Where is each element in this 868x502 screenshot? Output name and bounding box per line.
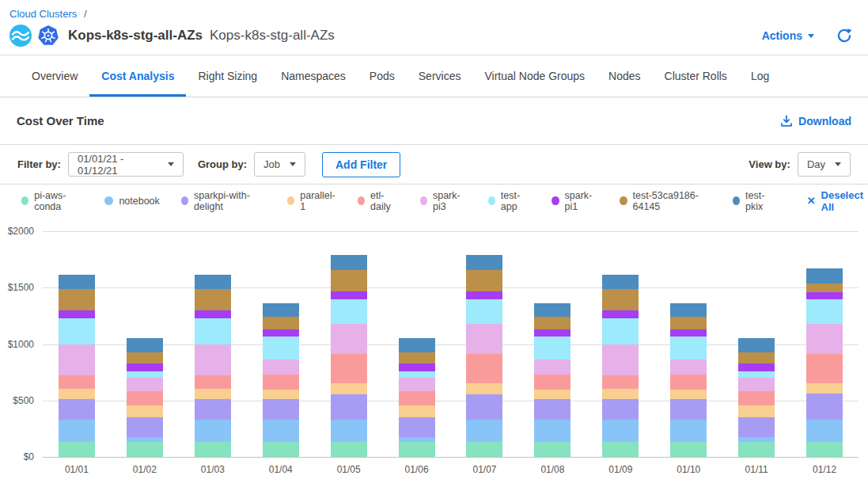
- bar-segment-test-app[interactable]: [602, 318, 639, 344]
- bar-segment-test-pkix[interactable]: [59, 275, 95, 289]
- bar-segment-test-app[interactable]: [738, 371, 775, 378]
- bar-segment-test-app[interactable]: [466, 299, 502, 324]
- bar-segment-spark-pi1[interactable]: [534, 329, 570, 337]
- bar-segment-spark-pi1[interactable]: [399, 363, 435, 371]
- bar-segment-test-pkix[interactable]: [806, 268, 843, 283]
- deselect-all-button[interactable]: ✕Deselect All: [807, 189, 868, 213]
- bar-segment-notebook[interactable]: [59, 420, 95, 443]
- bar-segment-sparkpi-with-delight[interactable]: [738, 417, 775, 437]
- bar-segment-spark-pi1[interactable]: [466, 291, 502, 299]
- bar-segment-notebook[interactable]: [806, 420, 843, 443]
- bar-segment-test-53ca9186-64145[interactable]: [263, 317, 299, 329]
- bar-segment-spark-pi1[interactable]: [670, 329, 707, 337]
- tab-right-sizing[interactable]: Right Sizing: [186, 55, 269, 97]
- bar-segment-test-pkix[interactable]: [331, 255, 367, 270]
- bar-segment-spark-pi3[interactable]: [670, 359, 707, 375]
- bar-segment-test-pkix[interactable]: [534, 303, 570, 318]
- bar-segment-test-app[interactable]: [195, 318, 231, 344]
- bar-segment-test-53ca9186-64145[interactable]: [806, 283, 843, 292]
- bar-segment-spark-pi3[interactable]: [738, 378, 775, 392]
- bar-segment-pi-aws-conda[interactable]: [195, 442, 231, 457]
- add-filter-button[interactable]: Add Filter: [322, 152, 400, 177]
- bar-segment-pi-aws-conda[interactable]: [738, 442, 775, 457]
- bar-segment-test-pkix[interactable]: [127, 338, 163, 352]
- legend-item-parallel-1[interactable]: parallel-1: [287, 190, 336, 212]
- bar-segment-notebook[interactable]: [331, 420, 367, 443]
- tab-services[interactable]: Services: [407, 55, 473, 97]
- bar-segment-pi-aws-conda[interactable]: [534, 442, 570, 457]
- bar-segment-notebook[interactable]: [195, 420, 231, 443]
- bar-segment-spark-pi3[interactable]: [806, 324, 843, 354]
- bar-segment-test-pkix[interactable]: [399, 338, 435, 352]
- legend-item-etl-daily[interactable]: etl-daily: [358, 190, 399, 212]
- tab-log[interactable]: Log: [739, 55, 781, 97]
- bar-segment-parallel-1[interactable]: [534, 390, 570, 399]
- bar-segment-pi-aws-conda[interactable]: [466, 442, 502, 457]
- bar-segment-test-pkix[interactable]: [195, 275, 231, 289]
- bar-segment-etl-daily[interactable]: [806, 354, 843, 383]
- bar-segment-test-53ca9186-64145[interactable]: [399, 352, 435, 363]
- bar-segment-etl-daily[interactable]: [59, 375, 95, 389]
- bar-segment-sparkpi-with-delight[interactable]: [59, 399, 95, 420]
- bar-segment-test-pkix[interactable]: [263, 303, 299, 318]
- bar-segment-spark-pi3[interactable]: [331, 324, 367, 354]
- legend-item-pi-aws-conda[interactable]: pi-aws-conda: [21, 190, 83, 212]
- legend-item-test-app[interactable]: test-app: [488, 190, 531, 212]
- bar-segment-etl-daily[interactable]: [331, 354, 367, 383]
- bar-segment-parallel-1[interactable]: [59, 389, 95, 400]
- bar-segment-etl-daily[interactable]: [127, 391, 163, 405]
- bar-segment-test-app[interactable]: [534, 337, 570, 360]
- bar-segment-etl-daily[interactable]: [602, 375, 639, 389]
- bar-segment-sparkpi-with-delight[interactable]: [670, 399, 707, 420]
- bar-segment-test-53ca9186-64145[interactable]: [466, 270, 502, 292]
- bar-segment-test-pkix[interactable]: [738, 338, 775, 352]
- bar-segment-spark-pi3[interactable]: [466, 324, 502, 354]
- bar-segment-test-app[interactable]: [806, 299, 843, 324]
- bar-segment-pi-aws-conda[interactable]: [602, 442, 639, 457]
- bar-segment-pi-aws-conda[interactable]: [127, 442, 163, 457]
- legend-item-test-pkix[interactable]: test-pkix: [733, 190, 776, 212]
- bar-segment-test-app[interactable]: [127, 371, 163, 378]
- bar-segment-pi-aws-conda[interactable]: [59, 442, 95, 457]
- bar-segment-test-app[interactable]: [670, 337, 707, 360]
- bar-segment-spark-pi1[interactable]: [195, 310, 231, 318]
- bar-segment-test-53ca9186-64145[interactable]: [738, 352, 775, 363]
- bar-segment-spark-pi1[interactable]: [331, 291, 367, 299]
- bar-segment-spark-pi1[interactable]: [59, 310, 95, 318]
- bar-segment-parallel-1[interactable]: [466, 383, 502, 394]
- bar-segment-etl-daily[interactable]: [195, 375, 231, 389]
- tab-overview[interactable]: Overview: [20, 55, 89, 97]
- breadcrumb-link[interactable]: Cloud Clusters: [9, 8, 77, 20]
- bar-segment-pi-aws-conda[interactable]: [263, 442, 299, 457]
- refresh-icon[interactable]: [836, 28, 852, 44]
- bar-segment-sparkpi-with-delight[interactable]: [534, 399, 570, 420]
- bar-segment-etl-daily[interactable]: [263, 375, 299, 390]
- tab-cluster-rolls[interactable]: Cluster Rolls: [653, 55, 739, 97]
- legend-item-spark-pi1[interactable]: spark-pi1: [552, 190, 598, 212]
- group-by-select[interactable]: Job: [254, 152, 305, 177]
- bar-segment-test-pkix[interactable]: [602, 275, 639, 289]
- bar-segment-notebook[interactable]: [263, 420, 299, 443]
- bar-segment-parallel-1[interactable]: [263, 390, 299, 399]
- bar-segment-test-app[interactable]: [263, 337, 299, 360]
- actions-button[interactable]: Actions: [762, 29, 814, 42]
- bar-segment-spark-pi1[interactable]: [602, 310, 639, 318]
- bar-segment-notebook[interactable]: [670, 420, 707, 443]
- bar-segment-sparkpi-with-delight[interactable]: [806, 394, 843, 420]
- bar-segment-parallel-1[interactable]: [806, 383, 843, 394]
- bar-segment-parallel-1[interactable]: [127, 405, 163, 417]
- date-range-select[interactable]: 01/01/21 - 01/12/21: [68, 152, 184, 177]
- bar-segment-test-53ca9186-64145[interactable]: [195, 289, 231, 310]
- bar-segment-spark-pi3[interactable]: [263, 359, 299, 375]
- bar-segment-spark-pi3[interactable]: [195, 344, 231, 375]
- bar-segment-spark-pi3[interactable]: [127, 378, 163, 392]
- bar-segment-test-53ca9186-64145[interactable]: [534, 317, 570, 329]
- legend-item-notebook[interactable]: notebook: [104, 196, 159, 207]
- bar-segment-spark-pi3[interactable]: [602, 344, 639, 375]
- bar-segment-sparkpi-with-delight[interactable]: [399, 417, 435, 437]
- bar-segment-test-pkix[interactable]: [466, 255, 502, 270]
- bar-segment-sparkpi-with-delight[interactable]: [263, 399, 299, 420]
- tab-nodes[interactable]: Nodes: [597, 55, 652, 97]
- bar-segment-sparkpi-with-delight[interactable]: [127, 417, 163, 437]
- bar-segment-etl-daily[interactable]: [670, 375, 707, 390]
